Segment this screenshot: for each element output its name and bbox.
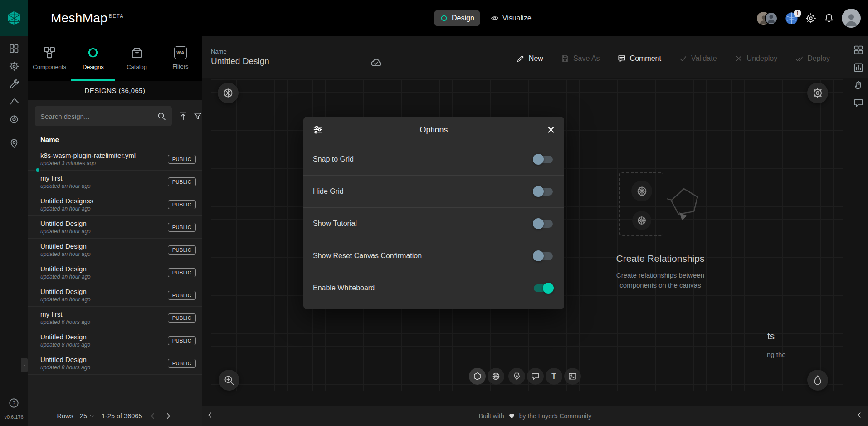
footer-collapse-left-chevron[interactable] (206, 411, 214, 419)
extensions-donut-icon[interactable] (9, 114, 20, 125)
rail-expand-chevron[interactable] (21, 358, 28, 372)
deploy-button[interactable]: Deploy (795, 54, 830, 63)
hexagon-tool[interactable] (469, 368, 486, 385)
comment-icon (617, 54, 626, 63)
dock-analytics-icon[interactable] (853, 62, 864, 73)
meshmap-knot-icon (86, 46, 100, 59)
design-list-item[interactable]: my first updated an hour ago PUBLIC (28, 171, 202, 193)
design-updated: updated an hour ago (40, 183, 168, 189)
validate-button[interactable]: Validate (678, 54, 717, 63)
tab-designs[interactable]: Designs (71, 36, 115, 81)
tab-design[interactable]: Design (434, 10, 480, 26)
design-list-item[interactable]: Untitled Design updated an hour ago PUBL… (28, 239, 202, 261)
reset-canvas-confirmation-toggle[interactable] (534, 252, 553, 260)
settings-gear-icon[interactable] (805, 13, 816, 24)
option-label: Snap to Grid (313, 155, 354, 163)
canvas-options-button[interactable] (807, 83, 828, 103)
option-row-reset-confirmation: Show Reset Canvas Confirmation (303, 240, 564, 272)
design-list-item[interactable]: Untitled Design updated an hour ago PUBL… (28, 216, 202, 239)
design-list-item[interactable]: Untitled Design updated 8 hours ago PUBL… (28, 352, 202, 375)
lifecycle-gear-icon[interactable] (9, 61, 20, 72)
rows-per-page-select[interactable]: 25 (80, 412, 95, 420)
tab-filters[interactable]: WA Filters (159, 36, 202, 81)
tab-label: Filters (172, 63, 188, 70)
designs-sidebar: Components Designs Catalog WA Filters DE… (28, 36, 202, 426)
mode-switcher: Design Visualize (434, 10, 537, 26)
performance-curve-icon[interactable] (9, 96, 20, 107)
filter-funnel-icon[interactable] (193, 112, 202, 121)
dashboard-icon[interactable] (9, 43, 20, 54)
collaborator-avatar[interactable] (765, 12, 778, 25)
design-list-item[interactable]: Untitled Design updated an hour ago PUBL… (28, 284, 202, 307)
design-list-item[interactable]: Untitled Design updated 8 hours ago PUBL… (28, 329, 202, 352)
eye-icon (491, 14, 499, 22)
design-list-item[interactable]: k8s-wasm-plugin-ratelimiter.yml updated … (28, 148, 202, 171)
next-page-chevron[interactable] (164, 411, 173, 421)
bell-icon[interactable] (824, 13, 834, 24)
image-tool[interactable] (564, 368, 581, 385)
app-header: MeshMapBETA Design Visualize (0, 0, 868, 36)
search-input[interactable] (40, 113, 157, 120)
tab-label: Catalog (127, 64, 147, 70)
configuration-wrench-icon[interactable] (9, 78, 20, 89)
kubernetes-tool[interactable] (488, 368, 504, 385)
list-column-header: Name (28, 132, 202, 147)
footer-collapse-right-chevron[interactable] (855, 411, 863, 419)
tab-catalog[interactable]: Catalog (115, 36, 159, 81)
design-name: k8s-wasm-plugin-ratelimiter.yml (40, 152, 168, 159)
prev-page-chevron[interactable] (148, 411, 157, 421)
chevron-right-icon (22, 363, 27, 368)
range-label: 1-25 of 36065 (102, 412, 142, 420)
option-row-enable-whiteboard: Enable Whiteboard (303, 272, 564, 304)
text-tool[interactable]: T (546, 368, 562, 385)
options-modal: Options Snap to Grid Hide Grid Show Tuto… (303, 117, 564, 309)
dock-grid-icon[interactable] (853, 44, 864, 55)
design-list-item[interactable]: my first updated 6 hours ago PUBLIC (28, 307, 202, 329)
provider-button[interactable]: 1 (785, 12, 798, 25)
design-name: Untitled Design (40, 288, 168, 295)
pagination: Rows 25 1-25 of 36065 (28, 411, 202, 421)
tab-visualize[interactable]: Visualize (485, 10, 537, 26)
image-icon (568, 372, 577, 381)
snap-to-grid-toggle[interactable] (534, 156, 553, 163)
footer-text-suffix: by the Layer5 Community (519, 412, 592, 420)
location-pin-icon[interactable] (9, 138, 20, 149)
design-updated: updated an hour ago (40, 274, 168, 280)
help-icon[interactable]: ? (8, 397, 20, 409)
design-list-item[interactable]: Untitled Designss updated an hour ago PU… (28, 193, 202, 216)
import-design-icon[interactable] (178, 111, 188, 121)
relationship-hint-dropzone (619, 172, 663, 236)
dock-hand-pointer-icon[interactable] (853, 80, 864, 91)
option-label: Enable Whiteboard (313, 284, 375, 292)
undeploy-button[interactable]: Undeploy (734, 54, 778, 63)
search-box[interactable] (35, 106, 172, 126)
save-as-button[interactable]: Save As (561, 54, 600, 63)
canvas-toolbar: T (469, 368, 581, 385)
layer5-logo[interactable] (0, 0, 28, 36)
kubernetes-wheel-icon (491, 372, 501, 381)
kubernetes-context-button[interactable] (218, 83, 239, 103)
dock-comments-icon[interactable] (853, 98, 864, 108)
hint-kubernetes-node (631, 181, 652, 201)
design-list-item[interactable]: Untitled Design updated an hour ago PUBL… (28, 261, 202, 284)
zoom-button[interactable] (219, 370, 239, 391)
ink-drop-button[interactable] (807, 370, 828, 391)
new-button[interactable]: New (516, 54, 543, 63)
save-icon (561, 54, 570, 63)
comment-tool[interactable] (527, 368, 544, 385)
close-icon[interactable] (546, 125, 556, 135)
rows-per-page-value: 25 (80, 412, 87, 420)
user-avatar[interactable] (842, 9, 861, 28)
hide-grid-toggle[interactable] (534, 188, 553, 196)
occluded-hint-subtitle-fragment: ng the (767, 351, 786, 358)
enable-whiteboard-toggle[interactable] (534, 284, 553, 292)
pen-tool[interactable] (508, 368, 525, 385)
design-name-input[interactable] (211, 56, 366, 69)
designs-list: k8s-wasm-plugin-ratelimiter.yml updated … (28, 147, 202, 375)
check-icon (678, 54, 688, 63)
tab-components[interactable]: Components (28, 36, 71, 81)
cloud-saved-icon (370, 56, 382, 69)
options-modal-title: Options (303, 125, 564, 135)
comment-button[interactable]: Comment (617, 54, 661, 63)
show-tutorial-toggle[interactable] (534, 220, 553, 228)
